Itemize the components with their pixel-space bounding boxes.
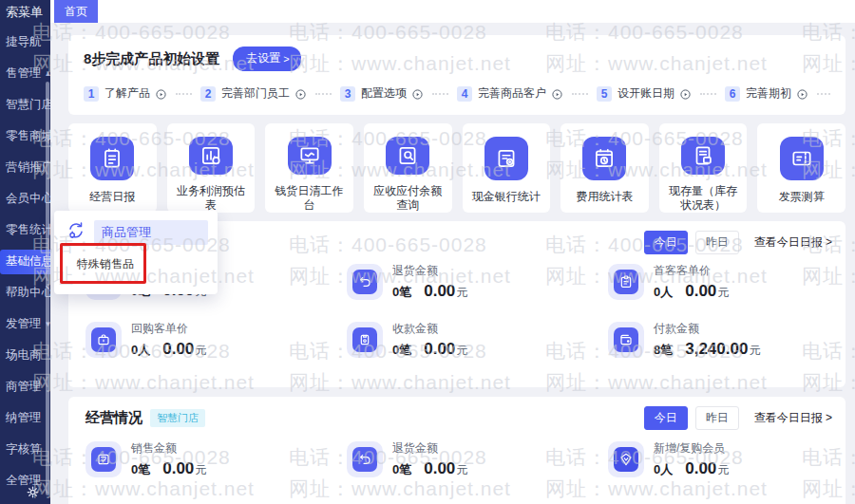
step-3: 3配置选项 [340, 85, 424, 102]
sidebar-item-smart-store[interactable]: 智慧门店 [0, 89, 50, 121]
popup-item-special-sales[interactable]: 特殊销售品 [77, 256, 218, 272]
today-button[interactable]: 今日 [644, 406, 688, 430]
shortcut-daily-report[interactable]: 经营日报 [68, 123, 157, 213]
step-connector [700, 93, 716, 95]
setup-title: 8步完成产品初始设置 [84, 50, 219, 68]
shortcut-balance-query[interactable]: 应收应付余额查询 [364, 123, 452, 213]
panel-title: 经营情况 [86, 409, 142, 427]
balance-query-icon [386, 137, 429, 175]
metric-payment-amount: 付款金额 8笔3,240.00元 [608, 321, 830, 359]
metric-refund-amount: 退货金额 0笔0.00元 [347, 440, 608, 478]
sidebar-item-mall-ecommerce[interactable]: 场电商 [0, 340, 50, 371]
product-mgmt-popup: 商品管理 特殊销售品 [54, 211, 218, 294]
metric-repurchase-price: 回购客单价 0人0.00元 [86, 321, 347, 359]
step-1: 1了解产品 [84, 85, 167, 102]
clipboard-icon [608, 264, 644, 300]
shortcut-row: 经营日报 业务利润预估表 钱货日清工作台 应收应付余额查询 现金银行统计 费用统… [68, 123, 846, 213]
step-connector [432, 93, 448, 95]
tab-home[interactable]: 首页 [54, 0, 98, 23]
sidebar-item-merchant-mgmt[interactable]: 商管理 [0, 371, 50, 402]
setup-card: 8步完成产品初始设置 去设置> 1了解产品 2完善部门员工 3配置选项 4完善商… [68, 35, 846, 115]
daily-report-icon [90, 137, 134, 180]
sidebar-item-marketing[interactable]: 营销推广 [0, 152, 50, 183]
chevron-right-icon: > [283, 53, 289, 65]
shortcut-profit-forecast[interactable]: 业务利润预估表 [167, 123, 256, 213]
today-button[interactable]: 今日 [644, 231, 688, 254]
sidebar-nav: 捷导航 售管理▲ 智慧门店 零售商城 营销推广 会员中心 零售统计 基础信息 帮… [0, 27, 50, 496]
sales-calendar-icon [86, 441, 122, 477]
step-2: 2完善部门员工 [200, 85, 307, 102]
invoice-ticket-icon [780, 137, 824, 180]
sidebar: 索菜单 捷导航 售管理▲ 智慧门店 零售商城 营销推广 会员中心 零售统计 基础… [0, 0, 50, 504]
cash-bank-icon [484, 137, 528, 180]
play-circle-icon[interactable] [796, 87, 808, 100]
play-circle-icon[interactable] [679, 87, 692, 100]
sidebar-item-cashier-mgmt[interactable]: 纳管理 [0, 402, 50, 434]
play-circle-icon[interactable] [411, 87, 424, 100]
smart-store-tag: 智慧门店 [150, 409, 205, 427]
settings-gear-icon[interactable] [26, 485, 40, 499]
return-arrow-icon [347, 264, 383, 300]
sidebar-item-retail-stats[interactable]: 零售统计 [0, 215, 50, 246]
metric-receipt-amount: 收款金额 0笔0.00元 [347, 321, 608, 359]
step-connector [572, 93, 588, 95]
inventory-doc-icon [681, 137, 725, 175]
shortcut-expense-stats[interactable]: 费用统计表 [560, 123, 649, 213]
profit-forecast-icon [189, 137, 233, 175]
tab-strip: 首页 [50, 0, 855, 23]
play-circle-icon[interactable] [551, 87, 563, 100]
setup-steps: 1了解产品 2完善部门员工 3配置选项 4完善商品客户 5设开账日期 6完善期初 [84, 85, 830, 102]
chevron-up-icon: ▲ [45, 69, 51, 78]
wallet-icon [608, 322, 644, 358]
expense-stats-icon [582, 137, 626, 180]
step-5: 5设开账日期 [597, 85, 692, 102]
return-arrow-icon [347, 441, 383, 477]
metric-new-repurchase-members: 新增/复购会员 0人0.00元 [608, 440, 830, 478]
go-setup-button[interactable]: 去设置> [233, 47, 300, 71]
app-window: 索菜单 捷导航 售管理▲ 智慧门店 零售商城 营销推广 会员中心 零售统计 基础… [0, 0, 855, 504]
step-connector [817, 93, 830, 95]
yesterday-button[interactable]: 昨日 [695, 231, 739, 254]
business-status-panel: 经营情况 智慧门店 今日 昨日 查看今日日报 > 销售金额 0笔0.00元 退货… [68, 397, 846, 504]
view-daily-report-link[interactable]: 查看今日日报 > [754, 234, 832, 251]
sidebar-item-quick-nav[interactable]: 捷导航 [0, 27, 50, 58]
product-mgmt-icon [66, 220, 86, 245]
sidebar-item-basic-info[interactable]: 基础信息 [0, 246, 50, 277]
play-circle-icon[interactable] [155, 87, 167, 100]
workbench-monitor-icon [288, 137, 332, 175]
briefcase-icon [86, 322, 122, 358]
sidebar-item-member-center[interactable]: 会员中心 [0, 183, 50, 215]
play-circle-icon[interactable] [294, 87, 307, 100]
sidebar-header-search-menu[interactable]: 索菜单 [0, 3, 56, 22]
step-6: 6完善期初 [725, 85, 808, 102]
metric-first-customer-price: 首客客单价 0人0.00元 [608, 263, 830, 301]
sidebar-item-wholesale-mgmt[interactable]: 发管理▼ [0, 308, 50, 340]
shortcut-daily-workbench[interactable]: 钱货日清工作台 [265, 123, 353, 213]
step-connector [176, 93, 192, 95]
step-4: 4完善商品客户 [457, 85, 563, 102]
sidebar-item-help-center[interactable]: 帮助中心 [0, 277, 50, 308]
sidebar-item-retail-mgmt[interactable]: 售管理▲ [0, 58, 50, 89]
sidebar-item-retail-mall[interactable]: 零售商城 [0, 121, 50, 152]
step-connector [315, 93, 332, 95]
member-badge-icon [608, 441, 644, 477]
shortcut-inventory[interactable]: 现存量（库存状况表） [659, 123, 748, 213]
shortcut-invoice-calc[interactable]: 发票测算 [757, 123, 846, 213]
sidebar-item-digital-accounting[interactable]: 字核算 [0, 434, 50, 465]
popup-group-product-mgmt[interactable]: 商品管理 [66, 220, 208, 245]
pos-terminal-icon [347, 322, 383, 358]
sidebar-scrollbar[interactable] [46, 82, 49, 495]
view-daily-report-link[interactable]: 查看今日日报 > [754, 410, 832, 426]
metric-refund-amount: 退货金额 0笔0.00元 [347, 263, 608, 301]
shortcut-cash-bank-stats[interactable]: 现金银行统计 [463, 123, 551, 213]
yesterday-button[interactable]: 昨日 [695, 406, 739, 430]
metric-sales-amount: 销售金额 0笔0.00元 [86, 440, 347, 478]
